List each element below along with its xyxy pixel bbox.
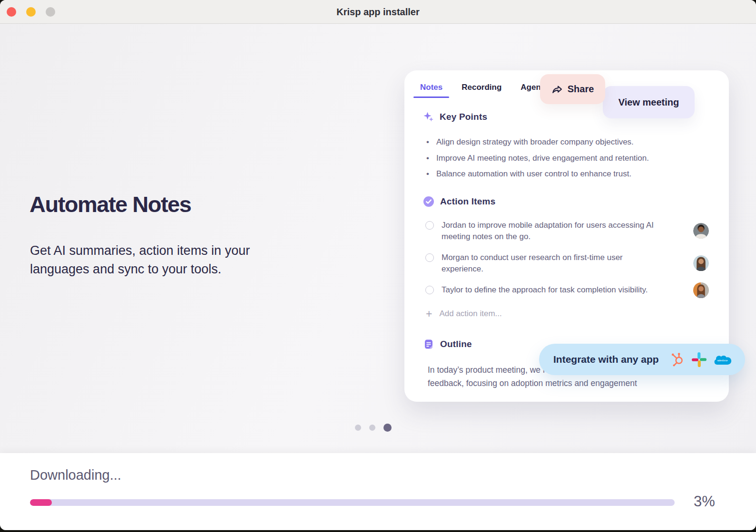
add-action-item-button[interactable]: + Add action item... (426, 309, 502, 319)
action-item-checkbox[interactable] (425, 286, 434, 294)
share-arrow-icon (551, 84, 563, 95)
check-circle-icon (423, 196, 434, 207)
key-point-item: Align design strategy with broader compa… (426, 134, 649, 150)
key-point-item: Balance automation with user control to … (426, 166, 649, 182)
key-point-item: Improve AI meeting notes, drive engageme… (426, 150, 649, 166)
integrate-banner: Integrate with any app (539, 344, 745, 375)
outline-header: Outline (423, 339, 472, 350)
titlebar: Krisp app installer (0, 0, 756, 24)
integrate-label: Integrate with any app (553, 354, 659, 365)
progress-fill (30, 499, 52, 506)
carousel-dot-2[interactable] (369, 425, 375, 431)
add-action-item-label: Add action item... (439, 309, 501, 319)
action-item-text: Jordan to improve mobile adaptation for … (442, 220, 661, 242)
avatar (693, 282, 709, 298)
tab-recording[interactable]: Recording (461, 83, 502, 98)
share-label: Share (568, 84, 594, 95)
page-description: Get AI summaries, action items in your l… (30, 242, 287, 279)
hubspot-icon (670, 352, 685, 367)
action-item-row: Taylor to define the approach for task c… (425, 284, 709, 298)
key-points-header: Key Points (423, 111, 487, 122)
onboarding-slide: Automate Notes Get AI summaries, action … (0, 24, 756, 453)
action-item-text: Taylor to define the approach for task c… (442, 284, 648, 296)
carousel-dot-1[interactable] (355, 425, 361, 431)
sparkles-icon (423, 111, 434, 122)
key-points-list: Align design strategy with broader compa… (426, 134, 649, 182)
action-item-row: Morgan to conduct user research on first… (425, 252, 709, 274)
share-button[interactable]: Share (540, 74, 605, 104)
window-title: Krisp app installer (0, 0, 756, 24)
plus-icon: + (426, 309, 432, 319)
svg-text:salesforce: salesforce (717, 359, 727, 361)
download-footer: Downloading... 3% (0, 453, 756, 530)
page-title: Automate Notes (29, 191, 191, 217)
tab-notes[interactable]: Notes (419, 83, 443, 98)
action-item-text: Morgan to conduct user research on first… (442, 252, 661, 274)
action-items-list: Jordan to improve mobile adaptation for … (425, 220, 709, 298)
action-item-checkbox[interactable] (425, 253, 434, 262)
download-status: Downloading... (30, 467, 121, 483)
carousel-dot-3[interactable] (383, 424, 392, 432)
action-items-title: Action Items (440, 196, 495, 207)
outline-title: Outline (440, 339, 472, 349)
avatar (693, 223, 709, 239)
installer-window: Krisp app installer Automate Notes Get A… (0, 0, 756, 530)
carousel-dots (355, 424, 392, 432)
action-items-header: Action Items (423, 196, 495, 207)
action-item-row: Jordan to improve mobile adaptation for … (425, 220, 709, 242)
view-meeting-button[interactable]: View meeting (603, 86, 695, 118)
key-points-title: Key Points (440, 112, 487, 122)
view-meeting-label: View meeting (619, 97, 679, 108)
card-tabs: Notes Recording Agenda (419, 83, 551, 98)
salesforce-icon: salesforce (714, 353, 732, 366)
progress-bar (30, 499, 675, 506)
action-item-checkbox[interactable] (425, 221, 434, 230)
progress-percent: 3% (694, 493, 715, 510)
slack-icon (692, 352, 707, 367)
avatar (693, 255, 709, 271)
document-icon (423, 339, 434, 350)
